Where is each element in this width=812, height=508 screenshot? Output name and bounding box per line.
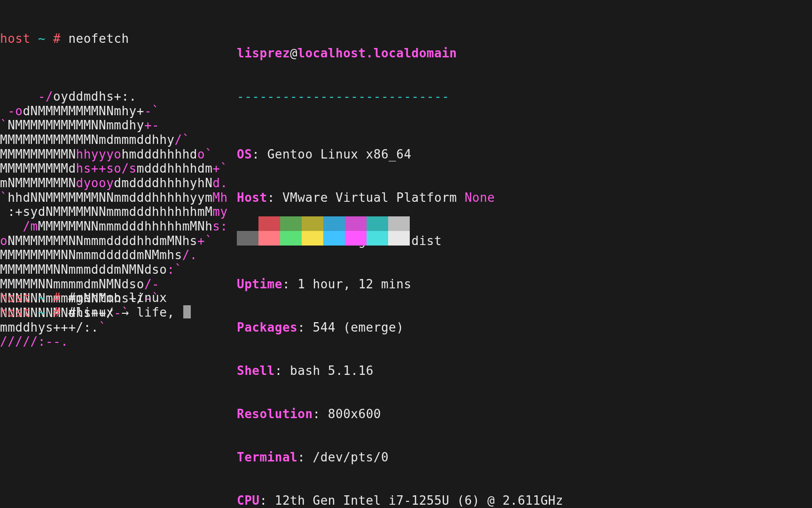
color-swatch [323,216,345,231]
ascii-row: MMMMMMMMMdhs++so/smdddhhhhdm+` [0,161,228,176]
resolution-line: Resolution: 800x600 [237,407,563,421]
prompt-path: ~ [38,32,46,46]
terminal-line: Terminal: /dev/pts/0 [237,450,563,465]
neofetch-info: lisprez@localhost.localdomain ----------… [237,17,563,508]
prompt-sep: # [53,32,61,46]
prompt-line-3[interactable]: host ~ # #linux → life, [0,305,191,320]
ascii-row: `hhdNNMMMMMMMNNmmdddhhhhhyymMh [0,190,228,205]
swatch-row-bright [237,231,410,246]
color-swatch [367,216,388,231]
color-swatch [345,231,367,246]
swatch-row-normal [237,216,410,231]
ascii-row: /////:--. [0,334,228,349]
color-swatch [323,231,345,246]
ascii-row: MMMMMNNmmmmdmNMNdso/- [0,277,228,292]
userhost-line: lisprez@localhost.localdomain [237,46,563,61]
uptime-line: Uptime: 1 hour, 12 mins [237,277,563,292]
neofetch-user: lisprez [237,46,290,60]
color-swatch [258,216,280,231]
neofetch-hostname: localhost.localdomain [297,46,457,60]
ascii-row: mNMMMMMMMNdyooydmddddhhhhyhNd. [0,176,228,190]
ascii-row: -/oyddmdhs+:. [0,89,228,104]
color-swatch [302,216,323,231]
ascii-row: MMMMMMMMNNmmmdddddmNMmhs/. [0,248,228,262]
ascii-row: /mMMMMMMNNmmmdddhhhhhmMNhs: [0,219,228,234]
prompt-cmd-3: #linux → life, [68,305,182,319]
color-swatch [280,216,302,231]
ascii-row: MMMMMMMMMNhhyyyohmdddhhhhdo` [0,147,228,162]
shell-line: Shell: bash 5.1.16 [237,364,563,378]
host-line: Host: VMware Virtual Platform None [237,190,563,205]
terminal-window[interactable]: host ~ # neofetch -/oyddmdhs+:. -odNMMMM… [0,0,812,508]
prompt-line-2[interactable]: host ~ # #gentoo linux [0,291,191,305]
ascii-row: mmddhys+++/:.` [0,320,228,335]
ascii-row: MMMMMMMMMMMMNmdmmmddhhy/` [0,133,228,147]
ascii-row: MMMMMMMNNmmmdddmNMNdso:` [0,262,228,277]
packages-line: Packages: 544 (emerge) [237,320,563,335]
color-swatch [258,231,280,246]
prompt-cmd: neofetch [68,32,129,46]
prompt-host: host [0,32,31,46]
color-swatch [280,231,302,246]
color-swatch [388,216,410,231]
color-swatch [367,231,388,246]
ascii-row: `NMMMMMMMMMMNNmmdhy+- [0,118,228,133]
prompt-line-1: host ~ # neofetch [0,32,228,46]
ascii-row: :+sydNMMMMMNNmmmdddhhhhhhmMmy [0,205,228,219]
cpu-line: CPU: 12th Gen Intel i7-1255U (6) @ 2.611… [237,493,563,508]
terminal-cursor [183,305,191,318]
color-swatch [237,231,258,246]
color-swatch [237,216,258,231]
neofetch-divider: ---------------------------- [237,89,563,104]
color-swatch [388,231,410,246]
bottom-prompt-lines: host ~ # #gentoo linux host ~ # #linux →… [0,291,191,319]
ascii-row: oNMMMMMMMNNmmmddddhhdmMNhs+` [0,234,228,248]
ascii-row: -odNMMMMMMMMNNmhy+-` [0,104,228,119]
os-line: OS: Gentoo Linux x86_64 [237,147,563,162]
color-swatches [237,216,410,246]
color-swatch [302,231,323,246]
prompt-cmd-2: #gentoo linux [68,291,167,305]
color-swatch [345,216,367,231]
